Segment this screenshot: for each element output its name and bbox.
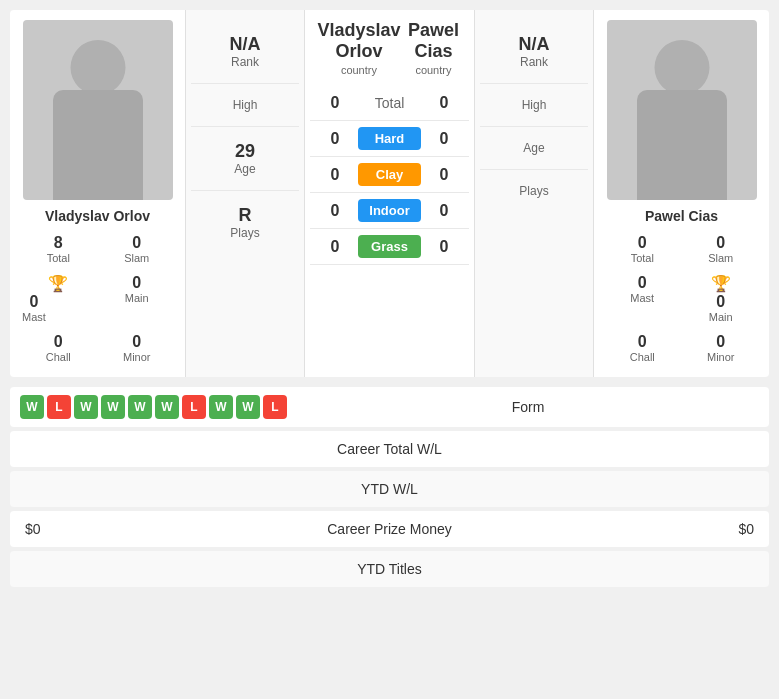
right-mast-label: Mast bbox=[606, 292, 679, 304]
form-badge-4: W bbox=[128, 395, 152, 419]
right-player-body-silhouette bbox=[637, 90, 727, 200]
right-minor-label: Minor bbox=[685, 351, 758, 363]
left-minor-value: 0 bbox=[101, 333, 174, 351]
right-slam-value: 0 bbox=[685, 234, 758, 252]
left-minor-label: Minor bbox=[101, 351, 174, 363]
clay-badge: Clay bbox=[358, 163, 421, 186]
right-country: country bbox=[403, 64, 464, 76]
right-age-item: Age bbox=[480, 127, 588, 170]
left-title: Vladyslav Orlov bbox=[315, 20, 403, 62]
right-player-photo bbox=[607, 20, 757, 200]
stats-row-2-right: $0 bbox=[654, 521, 754, 537]
left-player-stats: 8 Total 0 Slam 🏆 0 Mast bbox=[20, 230, 175, 367]
stats-row-2-left: $0 bbox=[25, 521, 125, 537]
form-label: Form bbox=[297, 399, 759, 415]
clay-right-score: 0 bbox=[429, 166, 459, 184]
form-section: WLWWWWLWWL Form bbox=[10, 387, 769, 427]
right-title: Pawel Cias bbox=[403, 20, 464, 62]
right-chall-cell: 0 Chall bbox=[604, 329, 681, 367]
left-rank-value: N/A bbox=[196, 34, 294, 55]
comparison-section: Vladyslav Orlov 8 Total 0 Slam 🏆 0 Mast bbox=[10, 10, 769, 377]
right-mast-cell: 0 Mast bbox=[604, 270, 681, 327]
right-slam-label: Slam bbox=[685, 252, 758, 264]
left-player-photo bbox=[23, 20, 173, 200]
left-player-head-silhouette bbox=[70, 40, 125, 95]
left-player-name: Vladyslav Orlov bbox=[45, 208, 150, 224]
right-player-name: Pawel Cias bbox=[645, 208, 718, 224]
indoor-row: 0 Indoor 0 bbox=[310, 193, 469, 229]
left-chall-label: Chall bbox=[22, 351, 95, 363]
hard-badge: Hard bbox=[358, 127, 421, 150]
stats-row-1-label: YTD W/L bbox=[125, 481, 654, 497]
form-badge-2: W bbox=[74, 395, 98, 419]
form-badge-7: W bbox=[209, 395, 233, 419]
form-badge-9: L bbox=[263, 395, 287, 419]
stats-row-2: $0Career Prize Money$0 bbox=[10, 511, 769, 547]
right-high-label: High bbox=[485, 98, 583, 112]
left-main-value: 0 bbox=[101, 274, 174, 292]
left-plays-item: R Plays bbox=[191, 191, 299, 254]
right-player-card: Pawel Cias 0 Total 0 Slam 0 Mast 🏆 0 Ma bbox=[594, 10, 769, 377]
left-mast-cell: 🏆 0 Mast bbox=[20, 270, 97, 327]
right-player-stats: 0 Total 0 Slam 0 Mast 🏆 0 Main 0 bbox=[604, 230, 759, 367]
left-player-body-silhouette bbox=[53, 90, 143, 200]
right-slam-cell: 0 Slam bbox=[683, 230, 760, 268]
grass-badge: Grass bbox=[358, 235, 421, 258]
left-rank-item: N/A Rank bbox=[191, 20, 299, 84]
left-main-label: Main bbox=[101, 292, 174, 304]
left-plays-value: R bbox=[196, 205, 294, 226]
left-minor-cell: 0 Minor bbox=[99, 329, 176, 367]
left-mast-label: Mast bbox=[22, 311, 46, 323]
right-total-label: Total bbox=[606, 252, 679, 264]
right-main-value: 0 bbox=[685, 293, 758, 311]
stats-row-3: YTD Titles bbox=[10, 551, 769, 587]
left-total-cell: 8 Total bbox=[20, 230, 97, 268]
left-rank-label: Rank bbox=[196, 55, 294, 69]
left-country: country bbox=[315, 64, 403, 76]
left-chall-cell: 0 Chall bbox=[20, 329, 97, 367]
grass-left-score: 0 bbox=[320, 238, 350, 256]
left-slam-label: Slam bbox=[101, 252, 174, 264]
right-plays-label: Plays bbox=[485, 184, 583, 198]
indoor-right-score: 0 bbox=[429, 202, 459, 220]
left-player-header: Vladyslav Orlov country bbox=[315, 20, 403, 76]
left-total-label: Total bbox=[22, 252, 95, 264]
hard-row: 0 Hard 0 bbox=[310, 121, 469, 157]
left-high-label: High bbox=[196, 98, 294, 112]
main-container: Vladyslav Orlov 8 Total 0 Slam 🏆 0 Mast bbox=[0, 0, 779, 601]
indoor-left-score: 0 bbox=[320, 202, 350, 220]
right-middle-stats: N/A Rank High Age Plays bbox=[474, 10, 594, 377]
form-badge-6: L bbox=[182, 395, 206, 419]
left-slam-value: 0 bbox=[101, 234, 174, 252]
left-chall-value: 0 bbox=[22, 333, 95, 351]
stats-row-3-label: YTD Titles bbox=[125, 561, 654, 577]
right-total-cell: 0 Total bbox=[604, 230, 681, 268]
total-row: 0 Total 0 bbox=[310, 86, 469, 121]
clay-left-score: 0 bbox=[320, 166, 350, 184]
right-main-cell: 🏆 0 Main bbox=[683, 270, 760, 327]
hard-left-score: 0 bbox=[320, 130, 350, 148]
right-trophy-icon: 🏆 bbox=[685, 274, 758, 293]
form-badge-8: W bbox=[236, 395, 260, 419]
total-right-score: 0 bbox=[429, 94, 459, 112]
right-minor-value: 0 bbox=[685, 333, 758, 351]
indoor-badge: Indoor bbox=[358, 199, 421, 222]
grass-row: 0 Grass 0 bbox=[310, 229, 469, 265]
left-mast-value: 0 bbox=[22, 293, 46, 311]
right-rank-label: Rank bbox=[485, 55, 583, 69]
left-age-item: 29 Age bbox=[191, 127, 299, 191]
form-badge-0: W bbox=[20, 395, 44, 419]
surface-rows: 0 Hard 0 0 Clay 0 0 Indoor 0 0 Grass bbox=[310, 121, 469, 265]
total-label: Total bbox=[375, 95, 405, 111]
left-high-item: High bbox=[191, 84, 299, 127]
right-player-head-silhouette bbox=[654, 40, 709, 95]
right-high-item: High bbox=[480, 84, 588, 127]
form-badges: WLWWWWLWWL bbox=[20, 395, 287, 419]
left-player-card: Vladyslav Orlov 8 Total 0 Slam 🏆 0 Mast bbox=[10, 10, 185, 377]
right-total-value: 0 bbox=[606, 234, 679, 252]
form-badge-3: W bbox=[101, 395, 125, 419]
right-chall-label: Chall bbox=[606, 351, 679, 363]
right-mast-value: 0 bbox=[606, 274, 679, 292]
left-main-cell: 0 Main bbox=[99, 270, 176, 327]
stats-rows-container: Career Total W/LYTD W/L$0Career Prize Mo… bbox=[10, 431, 769, 587]
